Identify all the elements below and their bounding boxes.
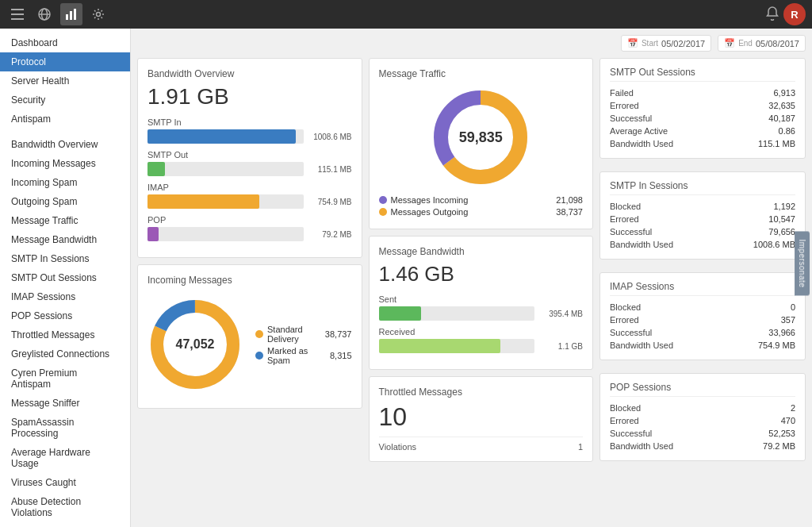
sidebar-item-viruses[interactable]: Viruses Caught (0, 473, 130, 492)
throttled-value: 10 (379, 402, 584, 432)
received-bar-row: Received 1.1 GB (379, 327, 584, 353)
spam-label: Marked as Spam (267, 346, 330, 365)
sidebar-item-bandwidth-overview[interactable]: Bandwidth Overview (0, 135, 130, 154)
smtp-out-label: SMTP Out (147, 150, 352, 160)
sidebar-item-incoming-messages[interactable]: Incoming Messages (0, 154, 130, 173)
sent-bar (379, 306, 421, 321)
start-date-value: 05/02/2017 (661, 39, 705, 48)
outgoing-traffic-value: 38,737 (556, 207, 583, 217)
message-bandwidth-title: Message Bandwidth (379, 246, 584, 257)
chart-icon[interactable] (60, 3, 82, 25)
imap-bar (147, 194, 259, 209)
outgoing-traffic-label: Messages Outgoing (391, 207, 469, 217)
settings-icon[interactable] (87, 3, 109, 25)
pop-bw-label: Bandwidth Used (610, 441, 673, 451)
notification-bell[interactable] (766, 6, 779, 23)
imap-successful-label: Successful (610, 328, 652, 337)
impersonate-tab[interactable]: Impersonate (795, 231, 810, 295)
bandwidth-overview-card: Bandwidth Overview 1.91 GB SMTP In 1008.… (137, 58, 362, 258)
sidebar-item-outgoing-spam[interactable]: Outgoing Spam (0, 192, 130, 211)
end-date-box[interactable]: 📅 End 05/08/2017 (718, 35, 806, 52)
imap-errored-row: Errored 357 (610, 314, 795, 326)
smtp-in-sessions-title: SMTP In Sessions (610, 180, 795, 195)
smtp-in-blocked-row: Blocked 1,192 (610, 200, 795, 213)
sidebar-item-dashboard[interactable]: Dashboard (0, 33, 130, 52)
message-traffic-title: Message Traffic (379, 68, 584, 79)
pop-successful-label: Successful (610, 429, 652, 438)
smtp-out-errored-label: Errored (610, 101, 639, 110)
smtp-out-successful-label: Successful (610, 113, 652, 123)
sidebar-item-security[interactable]: Security (0, 90, 130, 110)
throttled-title: Throttled Messages (379, 387, 584, 398)
sidebar-item-greylisted[interactable]: Greylisted Connections (0, 344, 130, 364)
pop-bar-section: POP 79.2 MB (147, 215, 352, 241)
received-value: 1.1 GB (539, 342, 583, 351)
globe-icon[interactable] (33, 3, 56, 25)
smtp-in-bw-row: Bandwidth Used 1008.6 MB (610, 238, 795, 251)
smtp-out-failed-row: Failed 6,913 (610, 87, 795, 99)
standard-value: 38,737 (325, 329, 352, 339)
smtp-in-successful-value: 79,656 (768, 227, 795, 237)
sidebar-item-avg-hardware[interactable]: Average Hardware Usage (0, 443, 130, 473)
imap-successful-row: Successful 33,966 (610, 326, 795, 339)
sidebar-item-message-sniffer[interactable]: Message Sniffer (0, 394, 130, 413)
user-avatar[interactable]: R (783, 3, 806, 25)
smtp-in-successful-row: Successful 79,656 (610, 225, 795, 238)
message-bandwidth-card: Message Bandwidth 1.46 GB Sent 395.4 MB … (369, 236, 594, 370)
smtp-out-successful-row: Successful 40,187 (610, 112, 795, 125)
menu-icon[interactable] (6, 3, 29, 25)
traffic-center-value: 59,835 (459, 129, 503, 146)
sidebar-item-message-bandwidth[interactable]: Message Bandwidth (0, 230, 130, 249)
imap-sessions-title: IMAP Sessions (610, 281, 795, 296)
smtp-out-bar-section: SMTP Out 115.1 MB (147, 150, 352, 176)
pop-blocked-label: Blocked (610, 403, 641, 413)
sidebar-item-pop-sessions[interactable]: POP Sessions (0, 306, 130, 325)
mid-column: Message Traffic 59,835 (369, 58, 594, 467)
pop-sessions-card: POP Sessions Blocked 2 Errored 470 Succe… (599, 373, 806, 461)
sidebar-item-throttled-messages[interactable]: Throttled Messages (0, 325, 130, 344)
pop-sessions-title: POP Sessions (610, 382, 795, 397)
incoming-legend-row: Messages Incoming 21,098 (379, 195, 584, 205)
message-traffic-card: Message Traffic 59,835 (369, 58, 594, 229)
sidebar-item-incoming-spam[interactable]: Incoming Spam (0, 173, 130, 192)
violations-row: Violations 1 (379, 437, 584, 452)
smtp-out-bar (147, 162, 165, 176)
incoming-center-value: 47,052 (176, 337, 215, 352)
smtp-in-successful-label: Successful (610, 227, 652, 237)
smtp-out-value: 115.1 MB (308, 165, 352, 174)
svg-rect-8 (74, 9, 76, 20)
sidebar-item-server-health[interactable]: Server Health (0, 71, 130, 90)
sidebar-item-spamassassin[interactable]: SpamAssassin Processing (0, 413, 130, 443)
smtp-in-sessions-card: SMTP In Sessions Blocked 1,192 Errored 1… (599, 171, 806, 260)
smtp-out-bw-row: Bandwidth Used 115.1 MB (610, 137, 795, 150)
sidebar-item-message-traffic[interactable]: Message Traffic (0, 211, 130, 230)
sent-bar-row: Sent 395.4 MB (379, 294, 584, 321)
smtp-in-value: 1008.6 MB (308, 133, 352, 141)
sidebar-item-smtp-in-sessions[interactable]: SMTP In Sessions (0, 249, 130, 268)
standard-delivery-row: Standard Delivery 38,737 (255, 325, 352, 344)
incoming-donut: 47,052 (147, 297, 243, 392)
spam-dot (255, 352, 263, 360)
imap-bar-label: IMAP (147, 183, 352, 192)
spam-value: 8,315 (330, 351, 352, 360)
sidebar-item-abuse[interactable]: Abuse Detection Violations (0, 492, 130, 522)
svg-rect-0 (11, 9, 24, 10)
sidebar-item-antispam[interactable]: Antispam (0, 110, 130, 129)
sent-value: 395.4 MB (539, 310, 583, 318)
smtp-in-blocked-label: Blocked (610, 202, 641, 211)
smtp-out-bar-container (147, 162, 304, 176)
start-date-box[interactable]: 📅 Start 05/02/2017 (621, 35, 711, 52)
smtp-out-errored-row: Errored 32,635 (610, 99, 795, 112)
calendar-icon: 📅 (627, 38, 638, 48)
sidebar-item-clamav[interactable]: ClamAV (0, 522, 130, 527)
smtp-in-label: SMTP In (147, 117, 352, 127)
pop-value: 79.2 MB (308, 230, 352, 239)
svg-rect-2 (11, 18, 24, 20)
sidebar-item-cyren[interactable]: Cyren Premium Antispam (0, 364, 130, 394)
incoming-messages-title: Incoming Messages (147, 275, 352, 286)
received-label: Received (379, 327, 584, 337)
sidebar-item-smtp-out-sessions[interactable]: SMTP Out Sessions (0, 268, 130, 287)
smtp-in-blocked-value: 1,192 (773, 202, 795, 211)
sidebar-item-protocol[interactable]: Protocol (0, 52, 130, 71)
sidebar-item-imap-sessions[interactable]: IMAP Sessions (0, 287, 130, 306)
